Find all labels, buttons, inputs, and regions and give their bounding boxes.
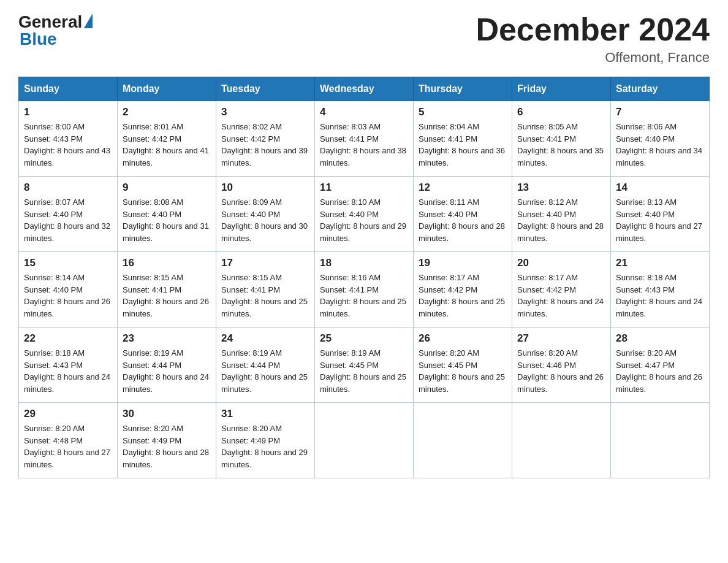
- title-area: December 2024 Offemont, France: [476, 12, 710, 66]
- day-number: 10: [221, 182, 309, 194]
- day-number: 29: [24, 408, 112, 420]
- calendar-cell-w1-d1: 1 Sunrise: 8:00 AMSunset: 4:43 PMDayligh…: [19, 101, 118, 177]
- day-number: 24: [221, 332, 309, 345]
- day-number: 30: [123, 408, 211, 420]
- calendar-cell-w1-d4: 4 Sunrise: 8:03 AMSunset: 4:41 PMDayligh…: [315, 101, 414, 177]
- calendar-week-2: 8 Sunrise: 8:07 AMSunset: 4:40 PMDayligh…: [19, 177, 710, 252]
- day-number: 3: [221, 106, 309, 118]
- calendar-cell-w5-d6: [512, 403, 611, 478]
- calendar-table: Sunday Monday Tuesday Wednesday Thursday…: [18, 77, 710, 478]
- day-info: Sunrise: 8:12 AMSunset: 4:40 PMDaylight:…: [517, 197, 604, 243]
- calendar-cell-w4-d4: 25 Sunrise: 8:19 AMSunset: 4:45 PMDaylig…: [315, 327, 414, 403]
- day-info: Sunrise: 8:18 AMSunset: 4:43 PMDaylight:…: [616, 273, 702, 318]
- calendar-cell-w1-d6: 6 Sunrise: 8:05 AMSunset: 4:41 PMDayligh…: [512, 101, 611, 177]
- calendar-cell-w1-d7: 7 Sunrise: 8:06 AMSunset: 4:40 PMDayligh…: [611, 101, 710, 177]
- day-number: 28: [616, 332, 704, 345]
- day-number: 22: [24, 332, 112, 345]
- day-info: Sunrise: 8:13 AMSunset: 4:40 PMDaylight:…: [616, 197, 702, 243]
- calendar-week-5: 29 Sunrise: 8:20 AMSunset: 4:48 PMDaylig…: [19, 403, 710, 478]
- day-info: Sunrise: 8:20 AMSunset: 4:49 PMDaylight:…: [123, 424, 209, 469]
- logo: General Blue: [18, 12, 93, 49]
- calendar-week-4: 22 Sunrise: 8:18 AMSunset: 4:43 PMDaylig…: [19, 327, 710, 403]
- day-number: 20: [517, 257, 605, 269]
- day-number: 2: [123, 106, 211, 118]
- calendar-cell-w1-d3: 3 Sunrise: 8:02 AMSunset: 4:42 PMDayligh…: [216, 101, 315, 177]
- calendar-cell-w5-d3: 31 Sunrise: 8:20 AMSunset: 4:49 PMDaylig…: [216, 403, 315, 478]
- calendar-cell-w4-d2: 23 Sunrise: 8:19 AMSunset: 4:44 PMDaylig…: [118, 327, 216, 403]
- calendar-cell-w2-d1: 8 Sunrise: 8:07 AMSunset: 4:40 PMDayligh…: [19, 177, 118, 252]
- day-info: Sunrise: 8:01 AMSunset: 4:42 PMDaylight:…: [123, 122, 209, 167]
- day-info: Sunrise: 8:19 AMSunset: 4:45 PMDaylight:…: [320, 348, 406, 394]
- day-info: Sunrise: 8:15 AMSunset: 4:41 PMDaylight:…: [123, 273, 209, 318]
- calendar-cell-w5-d7: [611, 403, 710, 478]
- calendar-cell-w3-d3: 17 Sunrise: 8:15 AMSunset: 4:41 PMDaylig…: [216, 252, 315, 327]
- col-header-saturday: Saturday: [611, 77, 710, 101]
- calendar-cell-w3-d4: 18 Sunrise: 8:16 AMSunset: 4:41 PMDaylig…: [315, 252, 414, 327]
- calendar-week-3: 15 Sunrise: 8:14 AMSunset: 4:40 PMDaylig…: [19, 252, 710, 327]
- day-info: Sunrise: 8:10 AMSunset: 4:40 PMDaylight:…: [320, 197, 406, 243]
- day-number: 9: [123, 182, 211, 194]
- day-info: Sunrise: 8:06 AMSunset: 4:40 PMDaylight:…: [616, 122, 702, 167]
- day-info: Sunrise: 8:20 AMSunset: 4:49 PMDaylight:…: [221, 424, 308, 469]
- calendar-cell-w4-d3: 24 Sunrise: 8:19 AMSunset: 4:44 PMDaylig…: [216, 327, 315, 403]
- calendar-header-row: Sunday Monday Tuesday Wednesday Thursday…: [19, 77, 710, 101]
- day-info: Sunrise: 8:15 AMSunset: 4:41 PMDaylight:…: [221, 273, 308, 318]
- day-info: Sunrise: 8:20 AMSunset: 4:45 PMDaylight:…: [419, 348, 505, 394]
- day-number: 15: [24, 257, 112, 269]
- calendar-cell-w2-d6: 13 Sunrise: 8:12 AMSunset: 4:40 PMDaylig…: [512, 177, 611, 252]
- day-number: 17: [221, 257, 309, 269]
- col-header-wednesday: Wednesday: [315, 77, 414, 101]
- calendar-week-1: 1 Sunrise: 8:00 AMSunset: 4:43 PMDayligh…: [19, 101, 710, 177]
- day-number: 8: [24, 182, 112, 194]
- col-header-tuesday: Tuesday: [216, 77, 315, 101]
- day-info: Sunrise: 8:14 AMSunset: 4:40 PMDaylight:…: [24, 273, 110, 318]
- calendar-cell-w3-d5: 19 Sunrise: 8:17 AMSunset: 4:42 PMDaylig…: [414, 252, 512, 327]
- day-info: Sunrise: 8:02 AMSunset: 4:42 PMDaylight:…: [221, 122, 308, 167]
- col-header-thursday: Thursday: [414, 77, 512, 101]
- logo-triangle-icon: [84, 13, 93, 28]
- day-number: 19: [419, 257, 507, 269]
- day-number: 13: [517, 182, 605, 194]
- day-info: Sunrise: 8:20 AMSunset: 4:46 PMDaylight:…: [517, 348, 604, 394]
- day-info: Sunrise: 8:18 AMSunset: 4:43 PMDaylight:…: [24, 348, 110, 394]
- calendar-cell-w1-d5: 5 Sunrise: 8:04 AMSunset: 4:41 PMDayligh…: [414, 101, 512, 177]
- day-info: Sunrise: 8:19 AMSunset: 4:44 PMDaylight:…: [221, 348, 308, 394]
- calendar-cell-w5-d2: 30 Sunrise: 8:20 AMSunset: 4:49 PMDaylig…: [118, 403, 216, 478]
- day-info: Sunrise: 8:16 AMSunset: 4:41 PMDaylight:…: [320, 273, 406, 318]
- day-info: Sunrise: 8:07 AMSunset: 4:40 PMDaylight:…: [24, 197, 110, 243]
- day-number: 12: [419, 182, 507, 194]
- calendar-body: 1 Sunrise: 8:00 AMSunset: 4:43 PMDayligh…: [19, 101, 710, 478]
- day-info: Sunrise: 8:03 AMSunset: 4:41 PMDaylight:…: [320, 122, 406, 167]
- calendar-cell-w4-d5: 26 Sunrise: 8:20 AMSunset: 4:45 PMDaylig…: [414, 327, 512, 403]
- day-number: 5: [419, 106, 507, 118]
- day-number: 25: [320, 332, 408, 345]
- calendar-cell-w4-d1: 22 Sunrise: 8:18 AMSunset: 4:43 PMDaylig…: [19, 327, 118, 403]
- day-info: Sunrise: 8:20 AMSunset: 4:48 PMDaylight:…: [24, 424, 110, 469]
- calendar-cell-w3-d2: 16 Sunrise: 8:15 AMSunset: 4:41 PMDaylig…: [118, 252, 216, 327]
- day-number: 1: [24, 106, 112, 118]
- calendar-cell-w3-d1: 15 Sunrise: 8:14 AMSunset: 4:40 PMDaylig…: [19, 252, 118, 327]
- calendar-cell-w2-d5: 12 Sunrise: 8:11 AMSunset: 4:40 PMDaylig…: [414, 177, 512, 252]
- calendar-cell-w1-d2: 2 Sunrise: 8:01 AMSunset: 4:42 PMDayligh…: [118, 101, 216, 177]
- day-info: Sunrise: 8:08 AMSunset: 4:40 PMDaylight:…: [123, 197, 209, 243]
- day-info: Sunrise: 8:17 AMSunset: 4:42 PMDaylight:…: [419, 273, 505, 318]
- calendar-cell-w5-d1: 29 Sunrise: 8:20 AMSunset: 4:48 PMDaylig…: [19, 403, 118, 478]
- col-header-monday: Monday: [118, 77, 216, 101]
- day-number: 27: [517, 332, 605, 345]
- calendar-cell-w2-d4: 11 Sunrise: 8:10 AMSunset: 4:40 PMDaylig…: [315, 177, 414, 252]
- calendar-cell-w2-d2: 9 Sunrise: 8:08 AMSunset: 4:40 PMDayligh…: [118, 177, 216, 252]
- calendar-cell-w3-d7: 21 Sunrise: 8:18 AMSunset: 4:43 PMDaylig…: [611, 252, 710, 327]
- day-info: Sunrise: 8:09 AMSunset: 4:40 PMDaylight:…: [221, 197, 308, 243]
- calendar-cell-w2-d7: 14 Sunrise: 8:13 AMSunset: 4:40 PMDaylig…: [611, 177, 710, 252]
- day-info: Sunrise: 8:05 AMSunset: 4:41 PMDaylight:…: [517, 122, 604, 167]
- day-number: 23: [123, 332, 211, 345]
- day-number: 21: [616, 257, 704, 269]
- calendar-cell-w4-d7: 28 Sunrise: 8:20 AMSunset: 4:47 PMDaylig…: [611, 327, 710, 403]
- location: Offemont, France: [476, 50, 710, 66]
- col-header-sunday: Sunday: [19, 77, 118, 101]
- day-info: Sunrise: 8:11 AMSunset: 4:40 PMDaylight:…: [419, 197, 505, 243]
- day-number: 7: [616, 106, 704, 118]
- calendar-cell-w5-d4: [315, 403, 414, 478]
- day-number: 4: [320, 106, 408, 118]
- calendar-cell-w2-d3: 10 Sunrise: 8:09 AMSunset: 4:40 PMDaylig…: [216, 177, 315, 252]
